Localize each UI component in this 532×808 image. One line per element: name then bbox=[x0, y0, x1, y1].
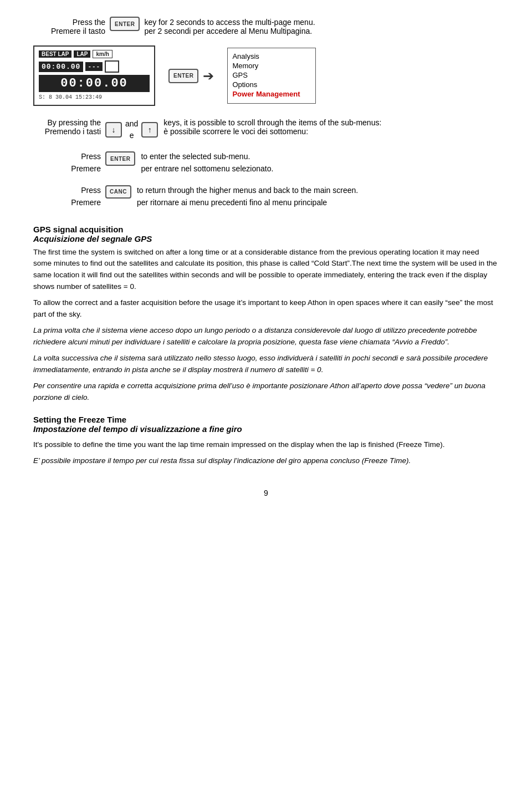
canc-btn-area: CANC bbox=[105, 183, 131, 199]
freeze-section-heading: Setting the Freeze Time Impostazione del… bbox=[33, 415, 499, 434]
kmh-label: km/h bbox=[93, 50, 112, 58]
device-display: BEST LAP LAP km/h 00:00.00 --- 00:00.00 … bbox=[33, 45, 155, 106]
e-label: e bbox=[130, 130, 134, 141]
press-canc-desc-en: to return through the higher menus and b… bbox=[137, 184, 358, 196]
menu-item-memory: Memory bbox=[232, 61, 308, 70]
down-arrow-icon: ↓ bbox=[105, 122, 122, 138]
key-desc-text-en: key for 2 seconds to access the multi-pa… bbox=[144, 18, 315, 27]
enter-button-icon: ENTER bbox=[110, 17, 140, 31]
up-arrow-icon: ↑ bbox=[141, 122, 158, 138]
press-enter-desc-it: per entrare nel sottomenu selezionato. bbox=[141, 162, 273, 175]
best-lap-label: BEST LAP bbox=[39, 50, 71, 58]
display-time-row: 00:00.00 --- bbox=[39, 60, 150, 73]
premere-it: Premere bbox=[71, 162, 101, 175]
device-section: BEST LAP LAP km/h 00:00.00 --- 00:00.00 … bbox=[33, 45, 499, 106]
menu-list: Analysis Memory GPS Options Power Manage… bbox=[232, 52, 308, 99]
menu-box: Analysis Memory GPS Options Power Manage… bbox=[227, 48, 316, 104]
arrow-right-icon: ➔ bbox=[203, 68, 214, 84]
enter-button-2: ENTER bbox=[105, 151, 135, 166]
enter-btn-area: ENTER bbox=[105, 149, 135, 166]
display-footer: S: 8 30.04 15:23:49 bbox=[39, 94, 150, 100]
freeze-body-en: It's possible to define the time you wan… bbox=[33, 439, 499, 451]
enter-key-icon-col: ENTER bbox=[110, 17, 140, 31]
page-number: 9 bbox=[33, 489, 499, 497]
menu-item-options: Options bbox=[232, 80, 308, 89]
freeze-body-it: E’ possibile impostare il tempo per cui … bbox=[33, 455, 499, 467]
gps-body-en: The first time the system is switched on… bbox=[33, 247, 499, 293]
gps-body-it2: La volta successiva che il sistema sarà … bbox=[33, 353, 499, 376]
gps-body-it3: Per consentire una rapida e corretta acq… bbox=[33, 380, 499, 404]
gps-heading-en: GPS signal acquisition bbox=[33, 225, 499, 234]
press-enter-row: Press Premere ENTER to enter the selecte… bbox=[33, 149, 499, 175]
time-big: 00:00.00 bbox=[39, 75, 150, 92]
gps-body-en2: To allow the correct and a faster acquis… bbox=[33, 297, 499, 321]
by-pressing-desc-it: è possibile scorrere le voci dei sottome… bbox=[163, 127, 381, 136]
press-enter-desc: to enter the selected sub-menu. per entr… bbox=[135, 149, 273, 175]
press-en: Press bbox=[81, 150, 101, 162]
gps-heading-it: Acquisizione del segnale GPS bbox=[33, 234, 499, 243]
and-label: and bbox=[125, 118, 138, 130]
lap-label: LAP bbox=[74, 50, 90, 58]
gps-body-it: La prima volta che il sistema viene acce… bbox=[33, 325, 499, 348]
device-enter-icon: ENTER bbox=[168, 69, 198, 83]
time-main: 00:00.00 bbox=[39, 62, 83, 72]
press-label-col: Press the Premere il tasto bbox=[33, 17, 105, 35]
menu-item-power: Power Management bbox=[232, 89, 308, 99]
by-pressing-left: By pressing the Premendo i tasti bbox=[33, 117, 105, 136]
arrow-keys-area: ↓ and e ↑ bbox=[105, 117, 158, 141]
key-desc-col: key for 2 seconds to access the multi-pa… bbox=[144, 17, 315, 35]
speed-box bbox=[105, 60, 119, 73]
freeze-heading-it: Impostazione del tempo di visualizzazion… bbox=[33, 424, 499, 434]
display-header: BEST LAP LAP km/h bbox=[39, 50, 150, 58]
press-enter-desc-en: to enter the selected sub-menu. bbox=[141, 150, 273, 162]
by-pressing-section: By pressing the Premendo i tasti ↓ and e… bbox=[33, 117, 499, 141]
freeze-heading-en: Setting the Freeze Time bbox=[33, 415, 499, 424]
time-secondary: --- bbox=[85, 62, 103, 71]
menu-item-analysis: Analysis bbox=[232, 52, 308, 61]
press-canc-desc-it: per ritornare ai menu precedenti fino al… bbox=[137, 196, 358, 209]
press-canc-en: Press bbox=[81, 184, 101, 196]
key-desc-text-it: per 2 secondi per accedere al Menu Multi… bbox=[144, 27, 315, 35]
by-pressing-en: By pressing the bbox=[48, 118, 101, 127]
by-pressing-right: keys, it is possible to scroll through t… bbox=[158, 117, 381, 136]
top-instruction: Press the Premere il tasto ENTER key for… bbox=[33, 17, 499, 35]
by-pressing-it: Premendo i tasti bbox=[45, 127, 101, 136]
premere-il-tasto-text: Premere il tasto bbox=[51, 27, 105, 35]
press-enter-left: Press Premere bbox=[33, 149, 105, 175]
menu-item-gps: GPS bbox=[232, 70, 308, 80]
press-canc-row: Press Premere CANC to return through the… bbox=[33, 183, 499, 209]
enter-arrow-area: ENTER ➔ bbox=[168, 68, 214, 84]
press-canc-desc: to return through the higher menus and b… bbox=[131, 183, 358, 209]
press-canc-left: Press Premere bbox=[33, 183, 105, 209]
by-pressing-desc-en: keys, it is possible to scroll through t… bbox=[163, 118, 381, 127]
premere-canc-it: Premere bbox=[71, 196, 101, 209]
press-the-text: Press the bbox=[73, 18, 105, 27]
gps-section-heading: GPS signal acquisition Acquisizione del … bbox=[33, 225, 499, 243]
canc-button: CANC bbox=[105, 185, 131, 199]
